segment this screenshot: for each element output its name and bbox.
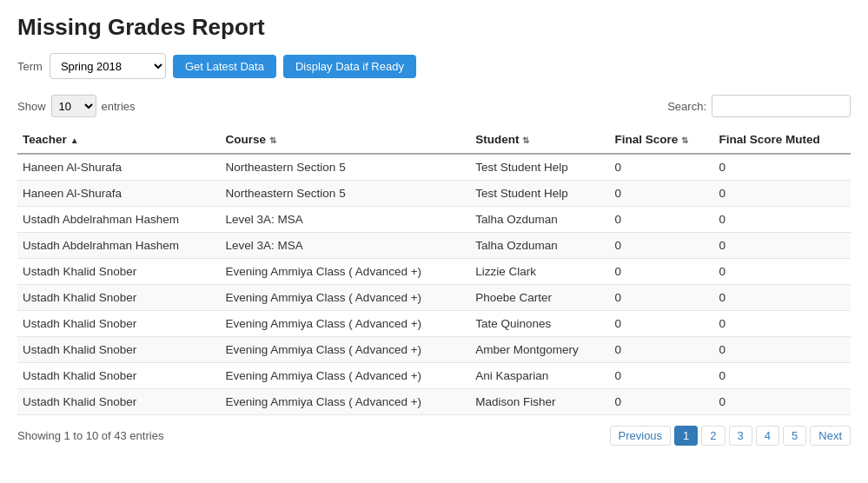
- sort-icon-final_score: ⇅: [681, 136, 688, 145]
- cell-teacher: Ustadh Khalid Snober: [17, 363, 221, 389]
- page-button-4[interactable]: 4: [756, 426, 779, 446]
- cell-final_score: 0: [609, 233, 713, 259]
- cell-course: Level 3A: MSA: [221, 233, 471, 259]
- table-row: Ustadh Khalid SnoberEvening Ammiya Class…: [17, 389, 851, 415]
- data-table: Teacher▲Course⇅Student⇅Final Score⇅Final…: [17, 126, 851, 415]
- cell-final_score: 0: [609, 181, 713, 207]
- cell-course: Northeastern Section 5: [221, 154, 471, 181]
- cell-teacher: Ustadh Khalid Snober: [17, 337, 221, 363]
- cell-final_score_muted: 0: [713, 363, 851, 389]
- pagination-bar: Showing 1 to 10 of 43 entries Previous 1…: [17, 426, 851, 446]
- header-row: Teacher▲Course⇅Student⇅Final Score⇅Final…: [17, 126, 851, 154]
- col-header-student[interactable]: Student⇅: [470, 126, 609, 154]
- cell-teacher: Ustadh Khalid Snober: [17, 259, 221, 285]
- page-button-3[interactable]: 3: [729, 426, 752, 446]
- table-controls: Show 102550100 entries Search:: [17, 95, 851, 117]
- cell-student: Ani Kasparian: [470, 363, 609, 389]
- table-header: Teacher▲Course⇅Student⇅Final Score⇅Final…: [17, 126, 851, 154]
- table-row: Ustadh Abdelrahman HashemLevel 3A: MSATa…: [17, 233, 851, 259]
- get-latest-data-button[interactable]: Get Latest Data: [173, 55, 276, 78]
- page-button-2[interactable]: 2: [701, 426, 725, 446]
- sort-icon-student: ⇅: [522, 136, 529, 145]
- cell-course: Evening Ammiya Class ( Advanced +): [221, 337, 471, 363]
- cell-final_score_muted: 0: [713, 207, 851, 233]
- cell-student: Madison Fisher: [470, 389, 609, 415]
- cell-course: Northeastern Section 5: [221, 181, 471, 207]
- cell-final_score: 0: [609, 285, 713, 311]
- sort-icon-course: ⇅: [269, 136, 276, 145]
- cell-student: Phoebe Carter: [470, 285, 609, 311]
- cell-final_score_muted: 0: [713, 181, 851, 207]
- table-row: Ustadh Abdelrahman HashemLevel 3A: MSATa…: [17, 207, 851, 233]
- cell-student: Lizzie Clark: [470, 259, 609, 285]
- cell-student: Talha Ozduman: [470, 233, 609, 259]
- search-input[interactable]: [712, 95, 851, 117]
- table-row: Haneen Al-ShurafaNortheastern Section 5T…: [17, 154, 851, 181]
- page-title: Missing Grades Report: [17, 14, 851, 41]
- cell-student: Amber Montgomery: [470, 337, 609, 363]
- cell-final_score: 0: [609, 311, 713, 337]
- search-label: Search:: [667, 100, 706, 113]
- cell-final_score_muted: 0: [713, 154, 851, 181]
- display-data-button[interactable]: Display Data if Ready: [283, 55, 416, 78]
- cell-student: Talha Ozduman: [470, 207, 609, 233]
- cell-teacher: Ustadh Abdelrahman Hashem: [17, 233, 221, 259]
- cell-teacher: Ustadh Khalid Snober: [17, 311, 221, 337]
- term-label: Term: [17, 60, 43, 73]
- pagination-summary: Showing 1 to 10 of 43 entries: [17, 429, 163, 442]
- cell-course: Evening Ammiya Class ( Advanced +): [221, 311, 471, 337]
- page-button-1[interactable]: 1: [674, 426, 698, 446]
- cell-final_score_muted: 0: [713, 233, 851, 259]
- cell-teacher: Ustadh Khalid Snober: [17, 389, 221, 415]
- table-row: Ustadh Khalid SnoberEvening Ammiya Class…: [17, 259, 851, 285]
- cell-final_score: 0: [609, 207, 713, 233]
- cell-final_score: 0: [609, 337, 713, 363]
- show-label: Show: [17, 100, 46, 113]
- cell-student: Test Student Help: [470, 154, 609, 181]
- pagination: Previous 12345Next: [610, 426, 851, 446]
- cell-final_score_muted: 0: [713, 285, 851, 311]
- table-row: Ustadh Khalid SnoberEvening Ammiya Class…: [17, 285, 851, 311]
- col-header-final_score_muted: Final Score Muted: [713, 126, 851, 154]
- col-header-course[interactable]: Course⇅: [221, 126, 471, 154]
- page-button-5[interactable]: 5: [783, 426, 806, 446]
- cell-final_score_muted: 0: [713, 389, 851, 415]
- cell-final_score_muted: 0: [713, 311, 851, 337]
- search-box: Search:: [667, 95, 851, 117]
- cell-teacher: Ustadh Abdelrahman Hashem: [17, 207, 221, 233]
- table-row: Haneen Al-ShurafaNortheastern Section 5T…: [17, 181, 851, 207]
- table-row: Ustadh Khalid SnoberEvening Ammiya Class…: [17, 311, 851, 337]
- previous-button[interactable]: Previous: [610, 426, 672, 446]
- cell-course: Evening Ammiya Class ( Advanced +): [221, 389, 471, 415]
- cell-final_score: 0: [609, 363, 713, 389]
- cell-final_score: 0: [609, 259, 713, 285]
- cell-final_score: 0: [609, 154, 713, 181]
- cell-final_score_muted: 0: [713, 259, 851, 285]
- cell-teacher: Haneen Al-Shurafa: [17, 154, 221, 181]
- cell-course: Evening Ammiya Class ( Advanced +): [221, 259, 471, 285]
- cell-final_score: 0: [609, 389, 713, 415]
- entries-label: entries: [102, 100, 136, 113]
- cell-teacher: Ustadh Khalid Snober: [17, 285, 221, 311]
- cell-course: Evening Ammiya Class ( Advanced +): [221, 363, 471, 389]
- toolbar: Term Spring 2018Fall 2017Summer 2017 Get…: [17, 53, 851, 79]
- table-row: Ustadh Khalid SnoberEvening Ammiya Class…: [17, 337, 851, 363]
- cell-final_score_muted: 0: [713, 337, 851, 363]
- show-entries: Show 102550100 entries: [17, 95, 136, 117]
- col-header-teacher[interactable]: Teacher▲: [17, 126, 221, 154]
- cell-course: Evening Ammiya Class ( Advanced +): [221, 285, 471, 311]
- table-body: Haneen Al-ShurafaNortheastern Section 5T…: [17, 154, 851, 415]
- cell-student: Test Student Help: [470, 181, 609, 207]
- cell-course: Level 3A: MSA: [221, 207, 471, 233]
- cell-student: Tate Quinones: [470, 311, 609, 337]
- sort-icon-teacher: ▲: [70, 136, 79, 145]
- cell-teacher: Haneen Al-Shurafa: [17, 181, 221, 207]
- entries-count-select[interactable]: 102550100: [51, 95, 96, 117]
- table-row: Ustadh Khalid SnoberEvening Ammiya Class…: [17, 363, 851, 389]
- term-select[interactable]: Spring 2018Fall 2017Summer 2017: [50, 53, 166, 79]
- col-header-final_score[interactable]: Final Score⇅: [609, 126, 713, 154]
- next-button[interactable]: Next: [810, 426, 851, 446]
